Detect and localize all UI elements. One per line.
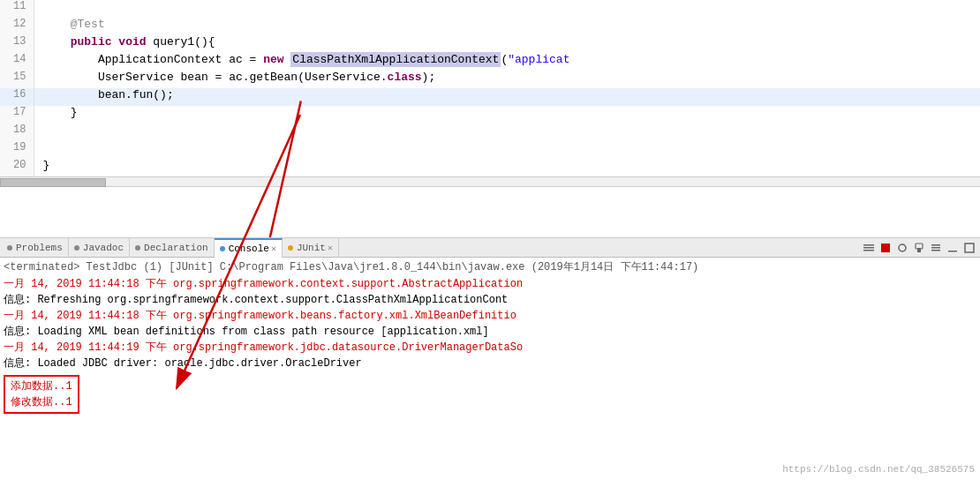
line-number: 14 [0,53,34,71]
console-line: 一月 14, 2019 11:44:18 下午 org.springframew… [4,308,976,324]
tab-junit[interactable]: JUnit ✕ [283,238,339,258]
maximize-icon[interactable] [962,241,976,255]
table-row: 17 } [0,106,980,124]
horizontal-scrollbar[interactable] [0,176,980,187]
tab-label-junit: JUnit [297,243,326,253]
table-row: 12 @Test [0,18,980,35]
console-line: 信息: Loaded JDBC driver: oracle.jdbc.driv… [4,356,976,371]
tab-javadoc[interactable]: Javadoc [69,238,130,258]
svg-rect-10 [931,247,940,249]
line-content [34,0,980,18]
table-row: 15 UserService bean = ac.getBean(UserSer… [0,71,980,88]
stop-icon[interactable] [878,241,893,255]
line-content [34,141,980,159]
console-line: 一月 14, 2019 11:44:18 下午 org.springframew… [4,276,976,292]
minimize-icon[interactable] [946,241,960,255]
tab-dot-junit [288,245,293,251]
console-line: 一月 14, 2019 11:44:19 下午 org.springframew… [4,340,976,356]
svg-rect-13 [965,244,974,252]
table-row: 16 bean.fun(); [0,88,980,106]
line-number: 17 [0,106,34,124]
tab-bar-actions [862,241,980,255]
console-line: 信息: Loading XML bean definitions from cl… [4,324,976,340]
line-number: 18 [0,124,34,141]
code-editor: 11 12 @Test 13 public void query1(){ 14 [0,0,980,238]
svg-point-6 [899,244,906,251]
line-content: } [34,106,980,124]
line-number: 16 [0,88,34,106]
tab-dot-javadoc [74,245,79,251]
line-content: public void query1(){ [34,35,980,53]
scroll-lock-icon[interactable] [912,241,926,255]
console-status: <terminated> TestJdbc (1) [JUnit] C:\Pro… [4,259,976,274]
svg-rect-4 [863,250,874,251]
tab-dot-declaration [135,245,140,251]
line-content: UserService bean = ac.getBean(UserServic… [34,71,980,88]
table-row: 11 [0,0,980,18]
result-box: 添加数据..1 修改数据..1 [4,375,79,414]
scrollbar-thumb[interactable] [0,178,106,187]
result-box-container: 添加数据..1 修改数据..1 [4,375,79,414]
line-content: bean.fun(); [34,88,980,106]
svg-rect-2 [863,244,874,246]
view-menu-icon[interactable] [929,241,943,255]
line-number: 13 [0,35,34,53]
result-line-2: 修改数据..1 [11,394,72,410]
svg-rect-8 [917,248,921,252]
tab-label-javadoc: Javadoc [83,243,124,253]
console-line: 信息: Refreshing org.springframework.conte… [4,292,976,308]
table-row: 19 [0,141,980,159]
bottom-panel: Problems Javadoc Declaration Console ✕ J… [0,238,980,476]
svg-rect-11 [931,250,940,251]
tab-label-declaration: Declaration [144,243,208,253]
table-row: 20 } [0,159,980,176]
tab-label-problems: Problems [16,243,63,253]
svg-rect-5 [881,244,890,252]
line-number: 19 [0,141,34,159]
code-table: 11 12 @Test 13 public void query1(){ 14 [0,0,980,176]
tab-bar: Problems Javadoc Declaration Console ✕ J… [0,238,980,258]
tab-console[interactable]: Console ✕ [215,238,283,258]
tab-problems[interactable]: Problems [2,238,69,258]
line-content [34,124,980,141]
line-number: 11 [0,0,34,18]
watermark: https://blog.csdn.net/qq_38526575 [782,464,975,475]
clear-console-icon[interactable] [862,241,876,255]
line-content: @Test [34,18,980,35]
table-row: 14 ApplicationContext ac = new ClassPath… [0,53,980,71]
line-content: ApplicationContext ac = new ClassPathXml… [34,53,980,71]
tab-label-console: Console [229,244,269,254]
line-content: } [34,159,980,176]
tab-close-console[interactable]: ✕ [271,244,276,254]
svg-rect-9 [931,244,940,246]
svg-rect-12 [948,251,957,252]
result-line-1: 添加数据..1 [11,378,72,394]
svg-rect-3 [863,247,874,249]
table-row: 13 public void query1(){ [0,35,980,53]
line-number: 12 [0,18,34,35]
line-number: 15 [0,71,34,88]
line-number: 20 [0,159,34,176]
console-content: <terminated> TestJdbc (1) [JUnit] C:\Pro… [0,258,980,476]
tab-declaration[interactable]: Declaration [130,238,215,258]
pin-icon[interactable] [895,241,909,255]
tab-close-junit[interactable]: ✕ [328,243,333,253]
tab-dot-problems [7,245,12,251]
table-row: 18 [0,124,980,141]
tab-dot-console [220,246,225,251]
